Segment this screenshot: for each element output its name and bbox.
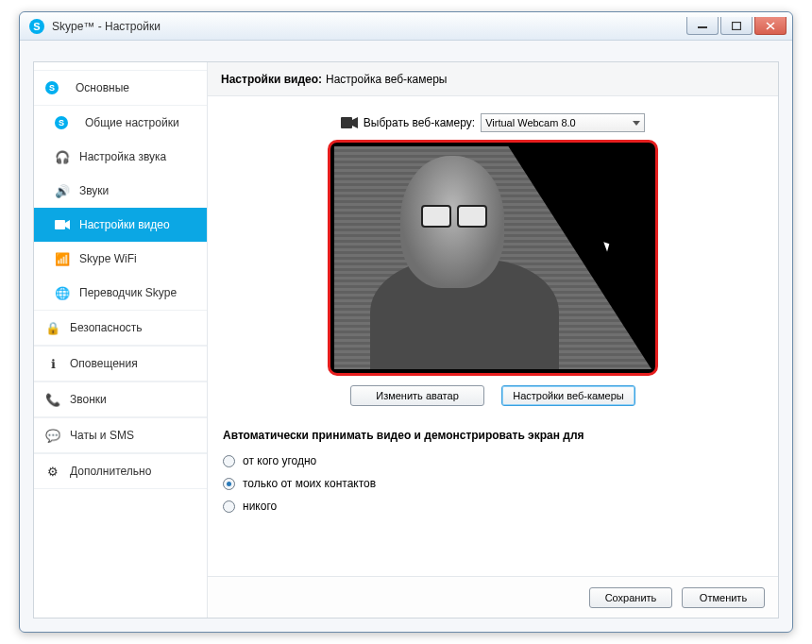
- sidebar-item-label: Оповещения: [70, 357, 138, 370]
- content-area: S Основные S Общие настройки 🎧 Настройка…: [33, 61, 779, 619]
- sidebar-item-label: Общие настройки: [85, 116, 179, 129]
- sidebar-item-label: Настройка звука: [79, 150, 166, 163]
- close-icon: [766, 22, 775, 30]
- window-title: Skype™ - Настройки: [52, 20, 161, 33]
- auto-accept-group: от кого угодно только от моих контактов …: [223, 449, 765, 517]
- gear-icon: ⚙: [45, 464, 60, 479]
- camera-icon: [55, 217, 70, 232]
- radio-label: от кого угодно: [243, 454, 316, 467]
- svg-rect-2: [55, 220, 65, 229]
- sidebar-item-security[interactable]: 🔒 Безопасность: [34, 310, 207, 346]
- webcam-select-label: Выбрать веб-камеру:: [364, 116, 475, 129]
- close-button[interactable]: [754, 17, 787, 35]
- wifi-icon: 📶: [55, 251, 70, 266]
- sidebar-item-label: Основные: [76, 81, 129, 94]
- webcam-dropdown[interactable]: Virtual Webcam 8.0: [481, 113, 645, 132]
- auto-accept-title: Автоматически принимать видео и демонстр…: [223, 429, 765, 442]
- svg-rect-0: [698, 26, 707, 28]
- skype-icon: S: [55, 116, 68, 129]
- chevron-down-icon: [633, 121, 640, 126]
- svg-rect-3: [341, 117, 352, 128]
- radio-icon: [223, 455, 235, 467]
- maximize-icon: [732, 22, 741, 30]
- panel-body: Выбрать веб-камеру: Virtual Webcam 8.0: [208, 96, 778, 618]
- radio-label: только от моих контактов: [243, 477, 376, 490]
- settings-window: S Skype™ - Настройки S Основные S Общие …: [19, 11, 793, 633]
- sidebar-item-label: Дополнительно: [70, 465, 151, 478]
- radio-anyone[interactable]: от кого угодно: [223, 449, 765, 472]
- sidebar-item-sounds[interactable]: 🔊 Звуки: [34, 174, 207, 208]
- save-button[interactable]: Сохранить: [589, 587, 672, 608]
- webcam-settings-button[interactable]: Настройки веб-камеры: [501, 385, 635, 406]
- panel-header: Настройки видео: Настройка веб-камеры: [208, 62, 778, 96]
- panel-title-rest: Настройка веб-камеры: [326, 73, 447, 86]
- radio-label: никого: [243, 500, 277, 513]
- radio-contacts[interactable]: только от моих контактов: [223, 472, 765, 495]
- skype-icon: S: [29, 19, 44, 34]
- sidebar-item-label: Звонки: [70, 393, 107, 406]
- cancel-button[interactable]: Отменить: [682, 587, 765, 608]
- main-panel: Настройки видео: Настройка веб-камеры Вы…: [208, 62, 778, 618]
- sidebar-item-chats[interactable]: 💬 Чаты и SMS: [34, 417, 207, 453]
- skype-icon: S: [45, 81, 59, 94]
- minimize-button[interactable]: [686, 17, 719, 35]
- phone-icon: 📞: [45, 392, 60, 407]
- sidebar-item-label: Настройки видео: [79, 218, 170, 231]
- radio-icon: [223, 478, 235, 490]
- panel-title-bold: Настройки видео:: [221, 73, 322, 86]
- title-bar[interactable]: S Skype™ - Настройки: [20, 12, 792, 41]
- headset-icon: 🎧: [55, 149, 70, 164]
- sidebar: S Основные S Общие настройки 🎧 Настройка…: [34, 62, 208, 618]
- sidebar-item-general[interactable]: S Основные: [34, 70, 207, 106]
- sidebar-item-advanced[interactable]: ⚙ Дополнительно: [34, 453, 207, 489]
- svg-rect-1: [733, 22, 741, 29]
- radio-nobody[interactable]: никого: [223, 495, 765, 517]
- maximize-button[interactable]: [720, 17, 753, 35]
- webcam-preview: [334, 146, 651, 369]
- minimize-icon: [698, 22, 707, 29]
- sidebar-item-label: Переводчик Skype: [79, 286, 177, 299]
- speaker-icon: 🔊: [55, 183, 70, 198]
- webcam-dropdown-value: Virtual Webcam 8.0: [485, 117, 576, 128]
- webcam-preview-highlight: [328, 140, 658, 376]
- sidebar-item-label: Skype WiFi: [79, 252, 137, 265]
- info-icon: ℹ: [45, 356, 60, 371]
- sidebar-item-label: Безопасность: [70, 321, 143, 334]
- radio-icon: [223, 500, 235, 513]
- camera-icon: [341, 117, 358, 128]
- chat-icon: 💬: [45, 428, 60, 443]
- lock-icon: 🔒: [45, 320, 60, 335]
- sidebar-item-audio[interactable]: 🎧 Настройка звука: [34, 140, 207, 174]
- globe-icon: 🌐: [55, 285, 70, 300]
- sidebar-item-general-settings[interactable]: S Общие настройки: [34, 106, 207, 140]
- preview-buttons: Изменить аватар Настройки веб-камеры: [221, 385, 765, 406]
- change-avatar-button[interactable]: Изменить аватар: [350, 385, 484, 406]
- window-controls: [686, 17, 787, 35]
- sidebar-item-video[interactable]: Настройки видео: [34, 208, 207, 242]
- sidebar-item-translator[interactable]: 🌐 Переводчик Skype: [34, 276, 207, 310]
- sidebar-item-label: Чаты и SMS: [70, 429, 134, 442]
- footer: Сохранить Отменить: [208, 576, 778, 618]
- sidebar-item-calls[interactable]: 📞 Звонки: [34, 381, 207, 417]
- sidebar-item-label: Звуки: [79, 184, 109, 197]
- webcam-select-row: Выбрать веб-камеру: Virtual Webcam 8.0: [221, 113, 765, 132]
- sidebar-item-wifi[interactable]: 📶 Skype WiFi: [34, 242, 207, 276]
- sidebar-item-notifications[interactable]: ℹ Оповещения: [34, 346, 207, 381]
